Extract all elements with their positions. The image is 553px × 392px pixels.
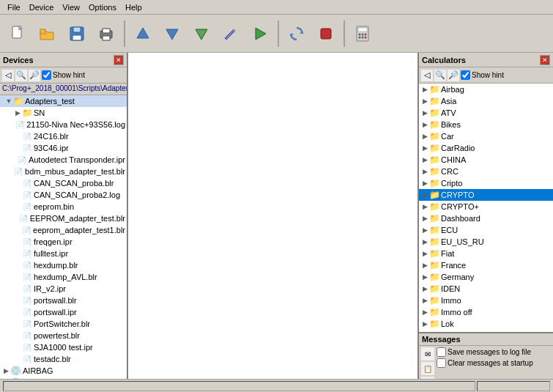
calc-item-ecu[interactable]: ▶📁ECU — [419, 224, 553, 236]
expand-calc-eu-us-ru[interactable]: ▶ — [420, 237, 429, 246]
tree-item-f5[interactable]: 📄bdm_mbus_adapter_test.blr — [0, 166, 127, 177]
calc-show-hint-checkbox[interactable] — [461, 70, 470, 80]
expand-calc-carradio[interactable]: ▶ — [420, 144, 429, 152]
show-hint-label[interactable]: Show hint — [42, 70, 85, 80]
save-button[interactable] — [63, 20, 91, 48]
expand-airbag[interactable]: ▶ — [1, 366, 10, 375]
tree-item-f16[interactable]: 📄portswall.blr — [0, 295, 127, 306]
expand-calc-airbag[interactable]: ▶ — [420, 85, 429, 94]
tree-item-f3[interactable]: 📄93C46.ipr — [0, 142, 127, 154]
messages-btn2[interactable]: 📋 — [421, 362, 434, 375]
expand-calc-lok[interactable]: ▶ — [420, 319, 429, 328]
calc-item-eu-us-ru[interactable]: ▶📁EU_US_RU — [419, 236, 553, 248]
expand-calc-cryptoplus[interactable]: ▶ — [420, 202, 429, 211]
calc-search-btn[interactable]: 🔍 — [434, 70, 446, 81]
devices-search-btn[interactable]: 🔍 — [15, 70, 27, 81]
menu-options[interactable]: Options — [84, 1, 121, 13]
tree-item-f17[interactable]: 📄portswall.ipr — [0, 306, 127, 318]
devices-back-btn[interactable]: ◁ — [2, 70, 14, 81]
expand-calc-immo-off[interactable]: ▶ — [420, 308, 429, 317]
expand-calc-ecu[interactable]: ▶ — [420, 226, 429, 234]
calc-item-mb[interactable]: ▶📁MB — [419, 330, 553, 332]
expand-calc-asia[interactable]: ▶ — [420, 97, 429, 106]
expand-calc-atv[interactable]: ▶ — [420, 108, 429, 117]
calc-item-germany[interactable]: ▶📁Germany — [419, 271, 553, 283]
tree-item-f12[interactable]: 📄fulltest.ipr — [0, 248, 127, 259]
expand-calc-china[interactable]: ▶ — [420, 155, 429, 164]
devices-search2-btn[interactable]: 🔎 — [29, 70, 40, 81]
tree-item-airbag[interactable]: ▶💿AIRBAG — [0, 365, 127, 377]
calc-item-crypto[interactable]: ▶📁CRYPTO — [419, 189, 553, 201]
expand-calc-crc[interactable]: ▶ — [420, 167, 429, 176]
tree-item-f7[interactable]: 📄CAN_SCAN_proba2.log — [0, 189, 127, 201]
menu-file[interactable]: File — [3, 1, 25, 13]
edit-button[interactable] — [217, 20, 245, 48]
menu-view[interactable]: View — [58, 1, 84, 13]
expand-calc-bikes[interactable]: ▶ — [420, 120, 429, 129]
calculators-tree[interactable]: ▶📁Airbag ▶📁Asia ▶📁ATV ▶📁Bikes ▶📁Car ▶📁Ca… — [419, 84, 553, 332]
expand-calc-france[interactable]: ▶ — [420, 261, 429, 270]
calc-item-crc[interactable]: ▶📁CRC — [419, 166, 553, 177]
open-button[interactable] — [34, 20, 62, 48]
tree-item-sn[interactable]: ▶ 📁 SN — [0, 107, 127, 119]
calc-item-dashboard[interactable]: ▶📁Dashboard — [419, 212, 553, 224]
save-log-label[interactable]: Save messages to log file — [437, 347, 533, 357]
tree-item-f11[interactable]: 📄freqgen.ipr — [0, 236, 127, 248]
step-down-button[interactable] — [188, 20, 215, 48]
expand-calc-car[interactable]: ▶ — [420, 132, 429, 141]
calc-search2-btn[interactable]: 🔎 — [448, 70, 459, 81]
devices-tree[interactable]: ▼ 📁 Adapters_test ▶ 📁 SN 📄21150-Niva Nec… — [0, 95, 127, 392]
stop-button[interactable] — [312, 20, 340, 48]
calc-item-carradio[interactable]: ▶📁CarRadio — [419, 142, 553, 154]
calc-item-airbag[interactable]: ▶📁Airbag — [419, 84, 553, 95]
calculators-close-button[interactable]: ✕ — [540, 55, 550, 65]
calc-item-bikes[interactable]: ▶📁Bikes — [419, 119, 553, 130]
down-button[interactable] — [158, 20, 186, 48]
tree-item-f2[interactable]: 📄24C16.blr — [0, 130, 127, 142]
calc-item-car[interactable]: ▶📁Car — [419, 130, 553, 142]
tree-item-adapters[interactable]: ▼ 📁 Adapters_test — [0, 95, 127, 107]
tree-item-f20[interactable]: 📄SJA1000 test.ipr — [0, 341, 127, 353]
calc-item-lok[interactable]: ▶📁Lok — [419, 318, 553, 330]
calc-item-cripto[interactable]: ▶📁Cripto — [419, 177, 553, 189]
menu-help[interactable]: Help — [121, 1, 146, 13]
calc-item-fiat[interactable]: ▶📁Fiat — [419, 248, 553, 259]
calc-item-cryptoplus[interactable]: ▶📁CRYPTO+ — [419, 201, 553, 212]
refresh-button[interactable] — [283, 20, 311, 48]
save-log-checkbox[interactable] — [437, 347, 446, 357]
calc-item-iden[interactable]: ▶📁IDEN — [419, 283, 553, 295]
clear-msgs-checkbox[interactable] — [437, 358, 446, 368]
calc-item-atv[interactable]: ▶📁ATV — [419, 107, 553, 119]
tree-item-f1[interactable]: 📄21150-Niva Nec+93S56.log — [0, 119, 127, 130]
tree-item-f9[interactable]: 📄EEPROM_adapter_test.blr — [0, 212, 127, 224]
expand-calc-crypto[interactable]: ▶ — [420, 191, 429, 199]
calc-item-immo-off[interactable]: ▶📁Immo off — [419, 306, 553, 318]
calc-show-hint-label[interactable]: Show hint — [461, 70, 504, 80]
expand-calc-fiat[interactable]: ▶ — [420, 249, 429, 258]
expand-sn[interactable]: ▶ — [13, 108, 22, 117]
messages-btn1[interactable]: ✉ — [421, 347, 434, 360]
expand-calc-mb[interactable]: ▶ — [420, 331, 429, 332]
devices-close-button[interactable]: ✕ — [114, 55, 124, 65]
calc-back-btn[interactable]: ◁ — [421, 70, 433, 81]
tree-item-f6[interactable]: 📄CAN_SCAN_proba.blr — [0, 177, 127, 189]
tree-item-f18[interactable]: 📄PortSwitcher.blr — [0, 318, 127, 330]
up-button[interactable] — [129, 20, 157, 48]
expand-calc-germany[interactable]: ▶ — [420, 273, 429, 281]
expand-calc-iden[interactable]: ▶ — [420, 284, 429, 293]
menu-device[interactable]: Device — [25, 1, 59, 13]
clear-msgs-label[interactable]: Clear messages at startup — [437, 358, 533, 368]
tree-item-f19[interactable]: 📄powertest.blr — [0, 330, 127, 341]
show-hint-checkbox[interactable] — [42, 70, 51, 80]
calc-item-immo[interactable]: ▶📁Immo — [419, 295, 553, 306]
calc-item-china[interactable]: ▶📁CHINA — [419, 154, 553, 166]
tree-item-f4[interactable]: 📄Autodetect Transponder.ipr — [0, 154, 127, 166]
expand-adapters[interactable]: ▼ — [4, 97, 13, 106]
expand-calc-cripto[interactable]: ▶ — [420, 179, 429, 188]
print-button[interactable] — [92, 20, 120, 48]
run-button[interactable] — [246, 20, 274, 48]
tree-item-f21[interactable]: 📄testadc.blr — [0, 353, 127, 365]
tree-item-f15[interactable]: 📄IR_v2.ipr — [0, 283, 127, 295]
expand-calc-dashboard[interactable]: ▶ — [420, 214, 429, 223]
calc-item-france[interactable]: ▶📁France — [419, 259, 553, 271]
